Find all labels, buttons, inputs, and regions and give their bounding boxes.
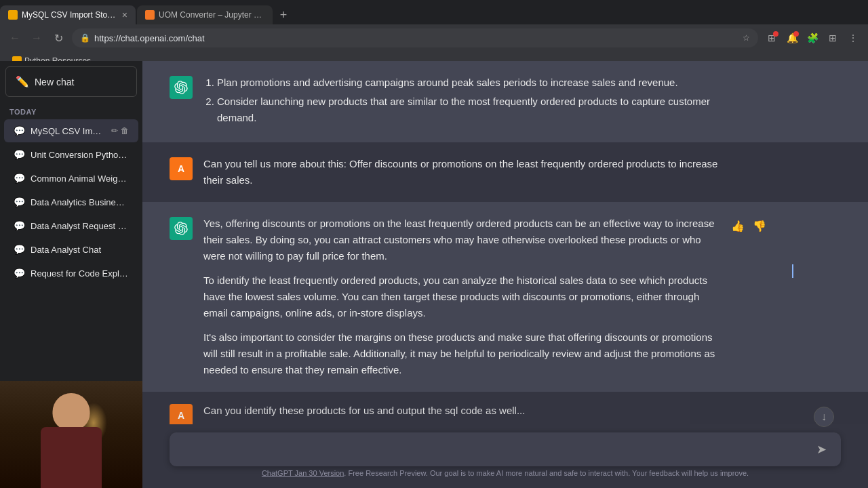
- forward-button[interactable]: →: [28, 30, 45, 46]
- thumbs-down-button[interactable]: 👎: [751, 218, 768, 234]
- new-chat-label: New chat: [35, 77, 74, 87]
- video-thumbnail: [0, 381, 142, 488]
- assistant-paragraph-1: Yes, offering discounts or promotions on…: [203, 216, 719, 264]
- list-item-3: Plan promotions and advertising campaign…: [217, 75, 719, 91]
- lock-icon: 🔒: [80, 33, 90, 43]
- notification-badge: [793, 31, 799, 37]
- tab-jupyter[interactable]: UOM Converter – Jupyter Notebook: [137, 5, 273, 24]
- grid-icon[interactable]: ⊞: [825, 30, 841, 46]
- person-body: [24, 393, 119, 488]
- address-bar[interactable]: 🔒 https://chat.openai.com/chat ☆: [72, 28, 758, 47]
- chat-icon-animal: 💬: [14, 173, 25, 184]
- browser-chrome: MySQL CSV Import Stored Proce... × UOM C…: [0, 0, 868, 61]
- chat-icon-analyst: 💬: [14, 244, 25, 255]
- delete-icon-mysql[interactable]: 🗑: [121, 126, 129, 136]
- send-button[interactable]: ➤: [811, 439, 831, 460]
- nav-bar: ← → ↻ 🔒 https://chat.openai.com/chat ☆ ⊞…: [0, 24, 868, 52]
- sidebar-label-nodata: Data Analyst Request No Data: [31, 221, 129, 231]
- edit-icon-mysql[interactable]: ✏: [111, 126, 118, 136]
- tab-label-jupyter: UOM Converter – Jupyter Notebook: [159, 10, 264, 20]
- message-content-4: Can you identify these products for us a…: [203, 403, 719, 424]
- disclaimer-suffix: . Free Research Preview. Our goal is to …: [344, 469, 749, 477]
- message-content-1: Plan promotions and advertising campaign…: [203, 75, 719, 129]
- sidebar-item-mysql[interactable]: 💬 MySQL CSV Import Stor ✏ 🗑: [4, 119, 138, 142]
- sidebar-items: Today 💬 MySQL CSV Import Stor ✏ 🗑 💬 Unit…: [0, 102, 142, 381]
- tab-close-mysql[interactable]: ×: [122, 9, 127, 20]
- new-chat-button[interactable]: ✏️ New chat: [5, 66, 137, 97]
- sidebar-item-analyst[interactable]: 💬 Data Analyst Chat: [4, 238, 138, 261]
- chat-icon-nodata: 💬: [14, 220, 25, 231]
- assistant-paragraph-2: To identify the least frequently ordered…: [203, 272, 719, 321]
- chat-input-box: ➤: [170, 432, 841, 466]
- sidebar-label-mysql: MySQL CSV Import Stor: [31, 126, 106, 136]
- sidebar-label-animal: Common Animal Weights Lis: [31, 174, 129, 184]
- message-assistant-3: Yes, offering discounts or promotions on…: [142, 202, 868, 392]
- tab-favicon-mysql: [8, 10, 18, 20]
- sidebar: ✏️ New chat Today 💬 MySQL CSV Import Sto…: [0, 61, 142, 488]
- user-message-text-4: Can you identify these products for us a…: [203, 403, 719, 419]
- extensions-button[interactable]: ⊞: [764, 30, 780, 46]
- message-actions-3: 👍 👎: [730, 218, 768, 378]
- message-user-2: A Can you tell us more about this: Offer…: [142, 142, 868, 202]
- sidebar-item-nodata[interactable]: 💬 Data Analyst Request No Data: [4, 214, 138, 237]
- plus-icon: ✏️: [16, 75, 29, 88]
- assistant-paragraph-3: It's also important to consider the marg…: [203, 329, 719, 378]
- message-content-3: Yes, offering discounts or promotions on…: [203, 216, 719, 378]
- sidebar-item-actions-mysql: ✏ 🗑: [111, 126, 129, 136]
- chat-icon-mysql: 💬: [14, 125, 25, 136]
- tab-label-mysql: MySQL CSV Import Stored Proce...: [22, 10, 118, 20]
- app: ✏️ New chat Today 💬 MySQL CSV Import Sto…: [0, 61, 868, 488]
- puzzle-icon[interactable]: 🧩: [804, 30, 821, 46]
- tab-bar: MySQL CSV Import Stored Proce... × UOM C…: [0, 0, 868, 24]
- menu-button[interactable]: ⋮: [845, 30, 861, 46]
- back-button[interactable]: ←: [7, 30, 23, 46]
- tab-favicon-jupyter: [145, 10, 155, 20]
- chat-icon-unit: 💬: [14, 149, 25, 160]
- sidebar-item-animal[interactable]: 💬 Common Animal Weights Lis: [4, 167, 138, 190]
- sidebar-label-unit: Unit Conversion Python Code: [31, 150, 129, 160]
- chat-wrapper: Plan promotions and advertising campaign…: [142, 61, 868, 488]
- refresh-button[interactable]: ↻: [50, 30, 66, 46]
- sidebar-label-analytics: Data Analytics Business Featu: [31, 197, 129, 207]
- new-tab-button[interactable]: +: [274, 5, 293, 24]
- chat-messages[interactable]: Plan promotions and advertising campaign…: [142, 61, 868, 424]
- notification-button[interactable]: 🔔: [784, 30, 800, 46]
- chat-icon-code: 💬: [14, 268, 25, 279]
- disclaimer: ChatGPT Jan 30 Version. Free Research Pr…: [170, 466, 841, 483]
- user-message-text-2: Can you tell us more about this: Offer d…: [203, 156, 719, 188]
- bookmark-star-icon[interactable]: ☆: [743, 33, 750, 43]
- extensions-badge: [773, 31, 778, 37]
- list-item-4: Consider launching new products that are…: [217, 94, 719, 126]
- avatar-user-4: A: [170, 404, 193, 424]
- sidebar-item-unit[interactable]: 💬 Unit Conversion Python Code: [4, 143, 138, 166]
- message-user-4: A Can you identify these products for us…: [142, 392, 868, 424]
- chatgpt-version-link[interactable]: ChatGPT Jan 30 Version: [262, 469, 344, 477]
- address-url: https://chat.openai.com/chat: [94, 33, 738, 43]
- sidebar-item-code[interactable]: 💬 Request for Code Explanation: [4, 262, 138, 285]
- person-head: [53, 393, 90, 430]
- sidebar-section-today: Today: [0, 102, 142, 119]
- avatar-assistant-1: [170, 76, 193, 99]
- sidebar-label-code: Request for Code Explanation: [31, 268, 129, 279]
- message-content-2: Can you tell us more about this: Offer d…: [203, 156, 719, 188]
- tab-mysql[interactable]: MySQL CSV Import Stored Proce... ×: [0, 5, 136, 24]
- person-torso: [41, 427, 102, 488]
- nav-actions: ⊞ 🔔 🧩 ⊞ ⋮: [764, 30, 861, 46]
- avatar-assistant-3: [170, 217, 193, 240]
- sidebar-item-analytics[interactable]: 💬 Data Analytics Business Featu: [4, 190, 138, 214]
- message-assistant-1: Plan promotions and advertising campaign…: [142, 61, 868, 142]
- chat-input-area: ➤ ChatGPT Jan 30 Version. Free Research …: [142, 424, 868, 488]
- chat-input[interactable]: [179, 445, 806, 460]
- person-image: [0, 381, 142, 488]
- sidebar-label-analyst: Data Analyst Chat: [31, 245, 129, 255]
- scroll-to-bottom-button[interactable]: ↓: [814, 407, 834, 427]
- thumbs-up-button[interactable]: 👍: [730, 218, 746, 234]
- avatar-user-2: A: [170, 157, 193, 180]
- chat-icon-analytics: 💬: [14, 197, 25, 207]
